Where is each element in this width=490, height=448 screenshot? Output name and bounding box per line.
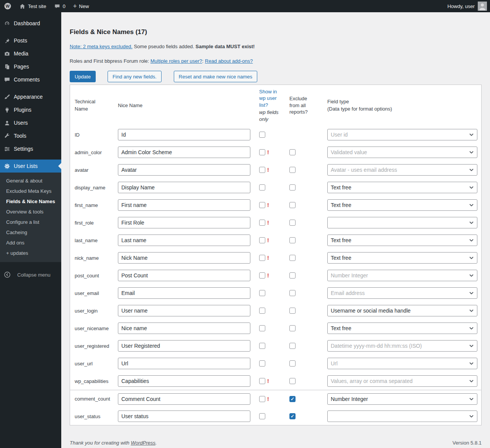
sidebar-item-users[interactable]: Users [0,116,61,129]
show-in-list-checkbox[interactable] [259,237,265,243]
field-type-select[interactable]: Values, array or comma separated [327,375,477,387]
show-in-list-checkbox[interactable] [259,184,265,191]
submenu-item-updates[interactable]: + updates [0,248,61,258]
submenu-item-configure-a-list[interactable]: Configure a list [0,217,61,227]
nice-name-input[interactable] [118,252,250,264]
field-type-select[interactable]: Number Integer [327,270,477,281]
show-in-list-checkbox[interactable] [259,272,265,279]
field-type-select[interactable]: Text free [327,252,477,264]
submenu-item-add-ons[interactable]: Add ons [0,238,61,248]
nice-name-input[interactable] [118,270,250,281]
field-type-select[interactable]: Url [327,358,477,369]
exclude-reports-checkbox[interactable] [289,413,296,419]
sidebar-item-settings[interactable]: Settings [0,142,61,155]
nice-name-input[interactable] [118,411,250,422]
nice-name-input[interactable] [118,287,250,299]
nice-name-input[interactable] [118,199,250,211]
exclude-reports-checkbox[interactable] [289,360,296,367]
nice-name-input[interactable] [118,358,250,369]
exclude-reports-checkbox[interactable] [289,237,296,243]
show-in-list-link[interactable]: Show in wp user list? [259,88,281,109]
show-in-list-checkbox[interactable] [259,343,265,349]
show-in-list-checkbox[interactable] [259,360,265,367]
show-in-list-checkbox[interactable] [259,167,265,173]
new-content-menu[interactable]: + New [69,0,93,12]
addons-link[interactable]: Read about add-ons? [205,58,253,64]
field-type-select[interactable]: Text free [327,323,477,334]
field-type-select[interactable] [327,411,477,422]
exclude-reports-checkbox[interactable] [289,325,296,331]
field-type-select[interactable]: Email address [327,287,477,299]
nice-name-input[interactable] [118,164,250,176]
show-in-list-checkbox[interactable] [259,396,265,402]
exclude-reports-checkbox[interactable] [289,396,296,402]
exclude-reports-checkbox[interactable] [289,343,296,349]
excluded-meta-keys-link[interactable]: Note: 2 meta keys excluded. [70,44,132,49]
field-type-select[interactable]: Validated value [327,147,477,158]
sidebar-item-dashboard[interactable]: Dashboard [0,17,61,30]
field-type-select[interactable]: Avatar - uses email address [327,164,477,176]
field-type-select[interactable]: Text free [327,235,477,246]
show-in-list-checkbox[interactable] [259,255,265,261]
nice-name-input[interactable] [118,129,250,140]
nice-name-input[interactable] [118,393,250,405]
show-in-list-checkbox[interactable] [259,308,265,314]
show-in-list-checkbox[interactable] [259,132,265,138]
show-in-list-checkbox[interactable] [259,220,265,226]
exclude-reports-checkbox[interactable] [289,290,296,296]
sidebar-item-posts[interactable]: Posts [0,34,61,47]
multiple-roles-link[interactable]: Multiple roles per user? [150,58,202,64]
submenu-item-general-about[interactable]: General & about [0,176,61,186]
field-type-select[interactable]: Datetime yyyy-mm-dd hh:mm:ss (ISO) [327,340,477,352]
account-menu[interactable]: Howdy, user [448,0,490,12]
collapse-menu-button[interactable]: Collapse menu [0,268,61,281]
field-type-select[interactable]: Text free [327,182,477,193]
find-new-fields-button[interactable]: Find any new fields. [108,71,162,82]
submenu-item-excluded-meta-keys[interactable]: Excluded Meta Keys [0,186,61,196]
show-in-list-checkbox[interactable] [259,149,265,155]
exclude-reports-checkbox[interactable] [289,202,296,208]
site-name-menu[interactable]: Test site [15,0,50,12]
field-type-select[interactable]: User id [327,129,477,140]
exclude-reports-checkbox[interactable] [289,184,296,191]
update-button[interactable]: Update [70,71,96,82]
field-type-select[interactable] [327,217,477,228]
sidebar-item-pages[interactable]: Pages [0,60,61,73]
exclude-reports-checkbox[interactable] [289,167,296,173]
nice-name-input[interactable] [118,182,250,193]
show-in-list-checkbox[interactable] [259,413,265,419]
exclude-reports-checkbox[interactable] [289,272,296,279]
sidebar-item-appearance[interactable]: Appearance [0,90,61,103]
nice-name-input[interactable] [118,235,250,246]
nice-name-input[interactable] [118,147,250,158]
wp-logo-menu[interactable]: W [0,0,15,12]
sidebar-item-media[interactable]: Media [0,47,61,60]
field-type-select[interactable]: Username or social media handle [327,305,477,316]
show-in-list-checkbox[interactable] [259,378,265,384]
nice-name-input[interactable] [118,217,250,228]
nice-name-input[interactable] [118,375,250,387]
wordpress-link[interactable]: WordPress [131,440,155,446]
nice-name-input[interactable] [118,323,250,334]
submenu-item-overview-tools[interactable]: Overview & tools [0,207,61,217]
reset-nice-names-button[interactable]: Reset and make new nice names [174,71,257,82]
show-in-list-checkbox[interactable] [259,325,265,331]
sidebar-item-plugins[interactable]: Plugins [0,103,61,116]
sidebar-item-tools[interactable]: Tools [0,129,61,142]
field-type-select[interactable]: Number Integer [327,393,477,405]
nice-name-input[interactable] [118,305,250,316]
exclude-reports-checkbox[interactable] [289,308,296,314]
submenu-item-fields-nice-names[interactable]: Fields & Nice Names [0,196,61,207]
sidebar-item-comments[interactable]: Comments [0,73,61,86]
exclude-reports-checkbox[interactable] [289,149,296,155]
exclude-reports-checkbox[interactable] [289,378,296,384]
nice-name-input[interactable] [118,340,250,352]
field-type-select[interactable]: Text free [327,199,477,211]
exclude-reports-checkbox[interactable] [289,220,296,226]
sidebar-item-user-lists[interactable]: User Lists [0,160,61,173]
comments-menu[interactable]: 0 [50,0,69,12]
exclude-reports-checkbox[interactable] [289,255,296,261]
show-in-list-checkbox[interactable] [259,202,265,208]
submenu-item-cacheing[interactable]: Cacheing [0,227,61,238]
show-in-list-checkbox[interactable] [259,290,265,296]
